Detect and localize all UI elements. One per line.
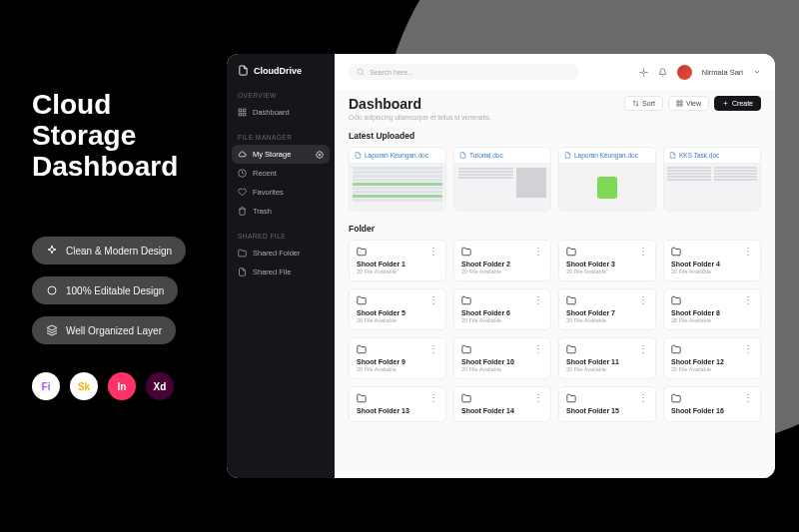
upload-name: KKS Task.doc xyxy=(679,152,719,159)
gear-icon[interactable] xyxy=(316,151,324,159)
doc-icon xyxy=(564,152,571,159)
nav-heading-overview: OVERVIEW xyxy=(227,88,335,103)
more-icon[interactable]: ⋮ xyxy=(428,393,438,403)
grid-icon xyxy=(238,108,247,117)
folder-card[interactable]: ⋮Shoot Folder 15 xyxy=(558,386,656,422)
xd-icon: Xd xyxy=(146,372,174,400)
more-icon[interactable]: ⋮ xyxy=(743,344,753,354)
brand[interactable]: CloudDrive xyxy=(227,65,335,88)
cloud-icon xyxy=(238,150,247,159)
folder-name: Shoot Folder 6 xyxy=(461,309,543,316)
sort-button[interactable]: Sort xyxy=(624,96,663,111)
tool-icons: Fi Sk In Xd xyxy=(32,372,186,400)
folder-name: Shoot Folder 14 xyxy=(461,407,543,414)
svg-point-5 xyxy=(319,154,321,156)
dashboard-window: CloudDrive OVERVIEW Dashboard FILE MANAG… xyxy=(227,54,775,478)
folder-count: 20 File Available xyxy=(671,268,753,274)
plus-icon xyxy=(722,100,729,107)
more-icon[interactable]: ⋮ xyxy=(743,247,753,257)
search-input[interactable]: Search here... xyxy=(349,64,578,80)
more-icon[interactable]: ⋮ xyxy=(743,295,753,305)
sidebar-item-my-storage[interactable]: My Storage xyxy=(232,145,330,164)
sort-icon xyxy=(632,100,639,107)
svg-rect-1 xyxy=(239,109,242,112)
folder-icon xyxy=(566,247,576,257)
more-icon[interactable]: ⋮ xyxy=(533,393,543,403)
more-icon[interactable]: ⋮ xyxy=(533,295,543,305)
sketch-icon: Sk xyxy=(70,372,98,400)
folder-count: 20 File Available xyxy=(671,366,753,372)
user-name[interactable]: Nirmala Sari xyxy=(702,68,743,77)
create-button[interactable]: Create xyxy=(714,96,761,111)
folder-name: Shoot Folder 7 xyxy=(566,309,648,316)
more-icon[interactable]: ⋮ xyxy=(638,295,648,305)
section-folder: Folder xyxy=(349,224,761,234)
folder-card[interactable]: ⋮Shoot Folder 920 File Available xyxy=(349,337,446,379)
folder-card[interactable]: ⋮Shoot Folder 526 File Available xyxy=(349,288,446,330)
folder-card[interactable]: ⋮Shoot Folder 14 xyxy=(453,386,551,422)
bell-icon[interactable] xyxy=(658,68,667,77)
folder-name: Shoot Folder 9 xyxy=(357,358,438,365)
folder-icon xyxy=(671,393,681,403)
more-icon[interactable]: ⋮ xyxy=(638,247,648,257)
upload-header: KKS Task.doc xyxy=(664,148,760,164)
sidebar-item-favorites[interactable]: Favorites xyxy=(227,183,335,202)
folder-card[interactable]: ⋮Shoot Folder 13 xyxy=(349,386,446,422)
folder-card[interactable]: ⋮Shoot Folder 320 File Available xyxy=(558,240,656,281)
folder-card[interactable]: ⋮Shoot Folder 420 File Available xyxy=(663,240,761,281)
nav-heading-file-manager: FILE MANAGER xyxy=(227,130,335,145)
folder-card[interactable]: ⋮Shoot Folder 720 File Available xyxy=(558,288,656,330)
upload-card[interactable]: Tutorial.doc xyxy=(453,147,551,212)
folder-name: Shoot Folder 8 xyxy=(671,309,753,316)
folder-icon xyxy=(238,249,247,258)
folder-card[interactable]: ⋮Shoot Folder 1020 File Available xyxy=(453,337,551,379)
avatar[interactable] xyxy=(677,65,692,80)
more-icon[interactable]: ⋮ xyxy=(533,344,543,354)
folder-card[interactable]: ⋮Shoot Folder 220 File Available xyxy=(453,240,551,281)
sidebar-item-dashboard[interactable]: Dashboard xyxy=(227,103,335,122)
more-icon[interactable]: ⋮ xyxy=(533,247,543,257)
more-icon[interactable]: ⋮ xyxy=(428,247,438,257)
chevron-down-icon[interactable] xyxy=(753,68,761,76)
sidebar-item-recent[interactable]: Recent xyxy=(227,164,335,183)
more-icon[interactable]: ⋮ xyxy=(638,393,648,403)
upload-card[interactable]: Laporan Keungan.doc xyxy=(558,147,656,212)
folder-icon xyxy=(671,247,681,257)
folder-card[interactable]: ⋮Shoot Folder 1120 File Available xyxy=(558,337,656,379)
folder-count: 20 File Available xyxy=(461,317,543,323)
sidebar-item-shared-folder[interactable]: Shared Folder xyxy=(227,244,335,263)
folder-icon xyxy=(357,295,367,305)
upload-header: Tutorial.doc xyxy=(454,148,550,164)
folder-count: 26 File Available xyxy=(357,317,438,323)
svg-point-8 xyxy=(642,71,644,73)
folder-name: Shoot Folder 16 xyxy=(671,407,753,414)
folder-count: 20 File Available xyxy=(566,366,648,372)
trash-icon xyxy=(238,207,247,216)
upload-preview xyxy=(350,164,445,211)
folder-card[interactable]: ⋮Shoot Folder 828 File Available xyxy=(663,288,761,330)
clock-icon xyxy=(238,169,247,178)
svg-rect-12 xyxy=(680,104,682,106)
folder-card[interactable]: ⋮Shoot Folder 1220 File Available xyxy=(663,337,761,379)
doc-icon xyxy=(669,152,676,159)
more-icon[interactable]: ⋮ xyxy=(428,344,438,354)
folder-icon xyxy=(461,295,471,305)
settings-icon[interactable] xyxy=(639,68,648,77)
folder-card[interactable]: ⋮Shoot Folder 620 File Available xyxy=(453,288,551,330)
more-icon[interactable]: ⋮ xyxy=(638,344,648,354)
folder-icon xyxy=(357,247,367,257)
folder-card[interactable]: ⋮Shoot Folder 16 xyxy=(663,386,761,422)
folder-name: Shoot Folder 10 xyxy=(461,358,543,365)
upload-card[interactable]: Laporan Keungan.doc xyxy=(349,147,446,212)
upload-name: Laporan Keungan.doc xyxy=(365,152,428,159)
more-icon[interactable]: ⋮ xyxy=(428,295,438,305)
upload-card[interactable]: KKS Task.doc xyxy=(663,147,761,212)
sidebar-item-shared-file[interactable]: Shared File xyxy=(227,263,335,281)
folder-icon xyxy=(566,295,576,305)
folder-card[interactable]: ⋮Shoot Folder 120 File Available xyxy=(349,240,446,281)
folder-count: 28 File Available xyxy=(671,317,753,323)
more-icon[interactable]: ⋮ xyxy=(743,393,753,403)
sidebar-item-trash[interactable]: Trash xyxy=(227,202,335,221)
view-button[interactable]: View xyxy=(668,96,709,111)
folder-name: Shoot Folder 11 xyxy=(566,358,648,365)
